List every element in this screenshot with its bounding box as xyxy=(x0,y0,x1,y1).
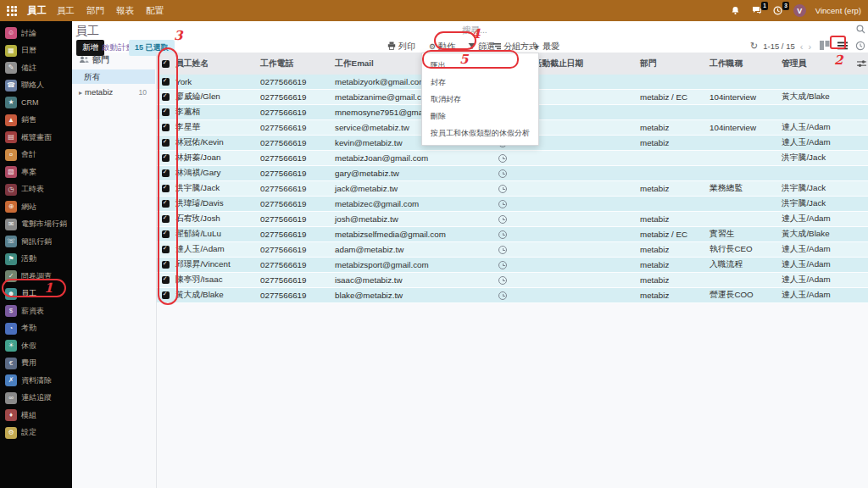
sidebar-item[interactable]: ☎ 聯絡人 xyxy=(0,77,72,95)
row-checkbox[interactable] xyxy=(162,215,170,223)
sidebar-item[interactable]: ✓ 問卷調查 xyxy=(0,268,72,286)
breadcrumb[interactable]: 員工 xyxy=(75,24,99,39)
action-button[interactable]: ⚙ 動作 xyxy=(429,41,455,53)
table-row[interactable]: 黃大成/Blake 0277566619 blake@metabiz.tw me… xyxy=(157,288,868,303)
col-header-phone[interactable]: 工作電話 xyxy=(259,58,333,69)
activity-view-icon[interactable] xyxy=(854,39,866,52)
sidebar-item[interactable]: ☏ 簡訊行銷 xyxy=(0,233,72,251)
sidebar-item[interactable]: ⚑ 活動 xyxy=(0,251,72,269)
activity-clock-icon[interactable] xyxy=(498,291,507,300)
avatar[interactable]: V xyxy=(793,4,806,17)
row-checkbox[interactable] xyxy=(162,246,170,253)
sidebar-item[interactable]: ☀ 休假 xyxy=(0,337,72,355)
cell-department: metabiz xyxy=(638,275,708,285)
activity-clock-icon[interactable] xyxy=(498,169,507,178)
search-input[interactable]: 搜尋... xyxy=(462,25,487,36)
row-checkbox[interactable] xyxy=(162,261,170,269)
sidebar-item[interactable]: ◷ 工時表 xyxy=(0,181,72,199)
sidebar-item[interactable]: ✎ 備註 xyxy=(0,59,72,77)
sidebar-item[interactable]: ∞ 連結追蹤 xyxy=(0,390,72,408)
row-checkbox[interactable] xyxy=(162,230,170,238)
activity-clock-icon[interactable] xyxy=(498,230,507,239)
kanban-view-icon[interactable] xyxy=(818,39,831,52)
current-app-title[interactable]: 員工 xyxy=(27,4,47,17)
activity-clock-icon[interactable] xyxy=(498,276,507,285)
topbar-menu-item[interactable]: 報表 xyxy=(116,5,134,17)
sidebar-item[interactable]: ☺ 討論 xyxy=(0,25,72,42)
row-checkbox[interactable] xyxy=(162,169,170,177)
department-filter-all[interactable]: 所有 xyxy=(72,69,155,84)
topbar-menu-item[interactable]: 配置 xyxy=(146,5,164,17)
row-checkbox[interactable] xyxy=(162,291,170,299)
sidebar-item[interactable]: ☻ 員工 xyxy=(0,286,72,303)
sidebar-item[interactable]: $ 薪資表 xyxy=(0,302,72,320)
activity-clock-icon[interactable] xyxy=(498,215,507,224)
sidebar-item[interactable]: ▤ 概覽畫面 xyxy=(0,129,72,147)
messages-icon[interactable]: 1 xyxy=(751,5,763,17)
activity-clock-icon[interactable] xyxy=(498,246,507,254)
action-menu-item[interactable]: 按員工和休假類型的休假分析 xyxy=(422,125,538,141)
favorites-button[interactable]: ★ 最愛 xyxy=(533,41,559,53)
row-checkbox[interactable] xyxy=(162,108,170,116)
sidebar-item[interactable]: ♦ 模組 xyxy=(0,407,72,424)
action-menu-item[interactable]: 匯出 xyxy=(422,57,538,74)
department-filter-metabiz[interactable]: ▸metabiz 10 xyxy=(72,86,155,99)
sidebar-item[interactable]: ★ CRM xyxy=(0,94,72,112)
sidebar-item[interactable]: ▦ 日曆 xyxy=(0,42,72,60)
print-button[interactable]: 列印 xyxy=(387,41,415,53)
group-by-button[interactable]: 分組方式 xyxy=(493,41,537,53)
apps-grid-icon[interactable] xyxy=(7,6,17,16)
topbar-menu-item[interactable]: 員工 xyxy=(57,5,75,17)
expand-caret-icon[interactable]: ▸ xyxy=(79,89,82,97)
col-header-name[interactable]: 員工姓名 xyxy=(174,58,259,69)
pager-next-icon[interactable]: › xyxy=(808,42,811,52)
activity-clock-icon[interactable] xyxy=(498,154,507,163)
table-row[interactable]: 達人玉/Adam 0277566619 adam@metabiz.tw meta… xyxy=(157,242,868,258)
activities-icon[interactable]: 3 xyxy=(772,5,784,17)
row-checkbox[interactable] xyxy=(162,200,170,208)
row-checkbox[interactable] xyxy=(162,154,170,162)
filter-button[interactable]: 篩選 xyxy=(468,41,495,53)
col-header-dept[interactable]: 部門 xyxy=(638,58,708,69)
table-row[interactable]: 林鴻祺/Gary 0277566619 gary@metabiz.tw xyxy=(157,166,868,181)
sidebar-item[interactable]: ⚙ 設定 xyxy=(0,424,72,442)
select-all-checkbox[interactable] xyxy=(162,60,170,68)
pager-prev-icon[interactable]: ‹ xyxy=(800,42,804,52)
bell-icon[interactable] xyxy=(730,5,742,17)
sidebar-item[interactable]: € 費用 xyxy=(0,355,72,373)
user-menu[interactable]: Vincent (erp) xyxy=(815,6,861,15)
row-checkbox[interactable] xyxy=(162,276,170,284)
action-menu-item[interactable]: 取消封存 xyxy=(422,91,538,108)
table-row[interactable]: 翟郁綺/LuLu 0277566619 metabizselfmedia@gma… xyxy=(157,227,868,242)
col-header-manager[interactable]: 管理員 xyxy=(780,58,854,69)
table-row[interactable]: 洪瑋璿/Davis 0277566619 metabizec@gmail.com… xyxy=(157,197,868,212)
topbar-menu-item[interactable]: 部門 xyxy=(86,5,104,17)
sidebar-item[interactable]: ¤ 會計 xyxy=(0,147,72,164)
row-checkbox[interactable] xyxy=(162,139,170,147)
table-row[interactable]: 洪宇騰/Jack 0277566619 jack@metabiz.tw meta… xyxy=(157,181,868,197)
action-menu-item[interactable]: 封存 xyxy=(422,74,538,91)
activity-clock-icon[interactable] xyxy=(498,185,507,193)
sidebar-item[interactable]: ✉ 電郵市場行銷 xyxy=(0,216,72,234)
table-row[interactable]: 石宥玫/Josh 0277566619 josh@metabiz.tw meta… xyxy=(157,212,868,227)
row-checkbox[interactable] xyxy=(162,185,170,192)
sidebar-item[interactable]: ✗ 資料清除 xyxy=(0,372,72,390)
sidebar-item[interactable]: ▧ 專案 xyxy=(0,164,72,181)
col-header-job[interactable]: 工作職稱 xyxy=(708,58,780,69)
sidebar-item[interactable]: ◔ 考勤 xyxy=(0,320,72,338)
sidebar-item[interactable]: ⊕ 網站 xyxy=(0,198,72,216)
activity-clock-icon[interactable] xyxy=(498,200,507,208)
table-row[interactable]: 林妍蓁/Joan 0277566619 metabizJoan@gmail.co… xyxy=(157,151,868,166)
sidebar-item[interactable]: ▲ 銷售 xyxy=(0,112,72,130)
activity-clock-icon[interactable] xyxy=(498,261,507,269)
optional-columns-icon[interactable] xyxy=(854,59,868,68)
search-icon[interactable] xyxy=(856,25,865,36)
action-menu-item[interactable]: 刪除 xyxy=(422,108,538,125)
row-checkbox[interactable] xyxy=(162,124,170,131)
row-checkbox[interactable] xyxy=(162,78,170,86)
list-view-icon[interactable] xyxy=(836,39,849,52)
table-row[interactable]: 邱璟昇/Vincent 0277566619 metabizsport@gmai… xyxy=(157,258,868,273)
table-row[interactable]: 陳亭羽/Isaac 0277566619 isaac@metabiz.tw me… xyxy=(157,273,868,288)
refresh-icon[interactable]: ↻ xyxy=(750,41,758,52)
row-checkbox[interactable] xyxy=(162,93,170,101)
